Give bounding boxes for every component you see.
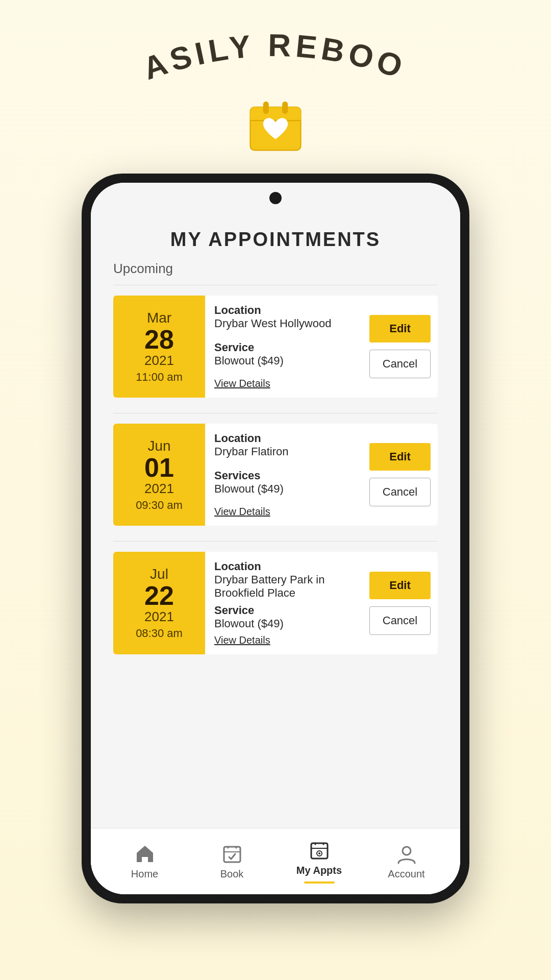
- divider-2: [113, 413, 438, 413]
- date-block-3: Jul 22 2021 08:30 am: [113, 552, 205, 654]
- edit-button-1[interactable]: Edit: [369, 315, 431, 342]
- bottom-nav: Home Book: [91, 828, 460, 894]
- location-label-1: Location: [214, 304, 353, 317]
- date-day-2: 01: [144, 454, 174, 481]
- camera-dot: [269, 192, 282, 204]
- promo-title-arc: EASILY REBOOK: [122, 31, 429, 92]
- edit-button-2[interactable]: Edit: [369, 443, 431, 471]
- location-value-2: Drybar Flatiron: [214, 445, 353, 458]
- svg-rect-3: [251, 114, 301, 120]
- phone-notch: [91, 183, 460, 213]
- edit-button-3[interactable]: Edit: [369, 572, 431, 599]
- phone-frame: MY APPOINTMENTS Upcoming Mar 28 2021 11:…: [82, 174, 469, 903]
- service-value-1: Blowout ($49): [214, 354, 353, 368]
- divider-1: [113, 285, 438, 285]
- screen-scroll[interactable]: MY APPOINTMENTS Upcoming Mar 28 2021 11:…: [91, 213, 460, 828]
- service-label-1: Service: [214, 341, 353, 354]
- service-block-2: Services Blowout ($49): [214, 469, 353, 496]
- cancel-button-1[interactable]: Cancel: [369, 350, 431, 378]
- myappts-icon: [308, 839, 331, 862]
- view-details-1[interactable]: View Details: [214, 378, 270, 389]
- phone-screen: MY APPOINTMENTS Upcoming Mar 28 2021 11:…: [91, 183, 460, 894]
- location-row-2: Location Drybar Flatiron: [214, 432, 353, 458]
- svg-rect-5: [282, 102, 288, 114]
- view-details-2[interactable]: View Details: [214, 506, 270, 518]
- nav-item-book[interactable]: Book: [188, 843, 276, 880]
- account-icon: [395, 843, 418, 865]
- card-bottom-3: Service Blowout ($49): [214, 604, 353, 630]
- date-time-2: 09:30 am: [136, 499, 183, 512]
- appt-actions-2: Edit Cancel: [362, 424, 438, 526]
- service-label-3: Service: [214, 604, 353, 617]
- service-block-3: Service Blowout ($49): [214, 604, 353, 630]
- card-bottom-2: Services Blowout ($49): [214, 469, 353, 496]
- book-icon: [221, 843, 243, 865]
- svg-point-17: [403, 847, 411, 855]
- home-icon: [134, 843, 156, 865]
- svg-rect-7: [224, 847, 240, 862]
- screen-content: MY APPOINTMENTS Upcoming Mar 28 2021 11:…: [91, 213, 460, 894]
- appt-info-1: Location Drybar West Hollywood Service B…: [205, 296, 362, 398]
- cancel-button-3[interactable]: Cancel: [369, 606, 431, 635]
- nav-item-account[interactable]: Account: [363, 843, 450, 880]
- date-day-1: 28: [144, 326, 174, 353]
- page-title: MY APPOINTMENTS: [113, 213, 438, 261]
- location-label-3: Location: [214, 560, 353, 573]
- date-day-3: 22: [144, 582, 174, 609]
- appt-info-2: Location Drybar Flatiron Services Blowou…: [205, 424, 362, 526]
- svg-point-16: [318, 852, 320, 854]
- nav-label-home: Home: [131, 868, 158, 880]
- nav-label-myappts: My Appts: [296, 865, 342, 876]
- card-bottom-1: Service Blowout ($49): [214, 341, 353, 368]
- date-block-2: Jun 01 2021 09:30 am: [113, 424, 205, 526]
- calendar-heart-icon: [247, 97, 304, 153]
- appt-actions-3: Edit Cancel: [362, 552, 438, 654]
- nav-label-account: Account: [388, 868, 424, 880]
- date-year-1: 2021: [144, 353, 174, 369]
- location-value-3: Drybar Battery Park in Brookfield Place: [214, 573, 353, 600]
- nav-item-myappts[interactable]: My Appts: [276, 839, 363, 884]
- appt-actions-1: Edit Cancel: [362, 296, 438, 398]
- svg-rect-4: [263, 102, 269, 114]
- date-month-3: Jul: [150, 566, 168, 582]
- date-time-1: 11:00 am: [136, 371, 183, 384]
- section-label: Upcoming: [113, 261, 438, 277]
- view-details-3[interactable]: View Details: [214, 634, 270, 646]
- svg-text:EASILY REBOOK: EASILY REBOOK: [122, 31, 411, 86]
- appointment-card-1: Mar 28 2021 11:00 am Location Drybar Wes…: [113, 296, 438, 398]
- date-block-1: Mar 28 2021 11:00 am: [113, 296, 205, 398]
- location-row-3: Location Drybar Battery Park in Brookfie…: [214, 560, 353, 600]
- appointment-card-2: Jun 01 2021 09:30 am Location Drybar Fla…: [113, 424, 438, 526]
- date-year-3: 2021: [144, 609, 174, 625]
- location-value-1: Drybar West Hollywood: [214, 317, 353, 330]
- cancel-button-2[interactable]: Cancel: [369, 478, 431, 506]
- location-label-2: Location: [214, 432, 353, 445]
- date-month-1: Mar: [147, 310, 171, 326]
- date-year-2: 2021: [144, 481, 174, 497]
- nav-item-home[interactable]: Home: [101, 843, 188, 880]
- date-month-2: Jun: [147, 438, 170, 454]
- divider-3: [113, 541, 438, 542]
- service-value-3: Blowout ($49): [214, 617, 353, 630]
- appt-info-3: Location Drybar Battery Park in Brookfie…: [205, 552, 362, 654]
- location-row-1: Location Drybar West Hollywood: [214, 304, 353, 330]
- promo-area: EASILY REBOOK: [0, 0, 551, 174]
- date-time-3: 08:30 am: [136, 627, 183, 640]
- nav-label-book: Book: [220, 868, 244, 880]
- service-block-1: Service Blowout ($49): [214, 341, 353, 368]
- service-value-2: Blowout ($49): [214, 482, 353, 496]
- service-label-2: Services: [214, 469, 353, 482]
- appointment-card-3: Jul 22 2021 08:30 am Location Drybar Bat…: [113, 552, 438, 654]
- nav-active-indicator: [304, 881, 335, 884]
